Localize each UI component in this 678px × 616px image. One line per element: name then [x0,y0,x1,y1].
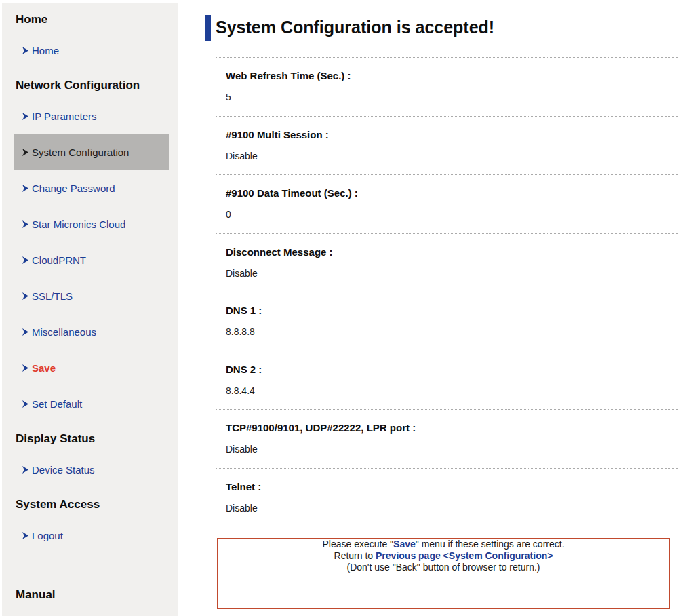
sidebar-header-manual: Manual [2,578,178,608]
sidebar-item-label: Home [32,45,59,56]
setting-label: #9100 Data Timeout (Sec.) : [226,187,678,199]
sidebar-item-system-configuration[interactable]: System Configuration [14,134,170,170]
sidebar-item-label: Change Password [32,182,115,194]
chevron-right-icon [22,466,28,474]
note-line-back-warning: (Don't use "Back" button of browser to r… [218,562,669,573]
sidebar-header-display-status: Display Status [2,422,178,452]
sidebar-item-label: Device Status [32,464,95,476]
sidebar-header-network-configuration: Network Configuration [2,69,178,98]
note-line-save: Please execute "Save" menu if these sett… [218,539,669,550]
sidebar-item-label: SSL/TLS [32,290,73,302]
setting-row-9100-data-timeout-sec: #9100 Data Timeout (Sec.) : 0 [216,175,678,234]
chevron-right-icon [22,532,28,539]
sidebar-item-device-status[interactable]: Device Status [2,452,178,488]
sidebar-item-label: IP Parameters [32,111,97,122]
sidebar-item-label: Miscellaneous [32,326,96,338]
title-accent-bar [205,15,211,41]
setting-value: 8.8.4.4 [226,385,678,397]
setting-value: Disable [226,503,678,512]
setting-row-disconnect-message: Disconnect Message : Disable [216,234,678,293]
sidebar-item-label: Logout [32,530,63,541]
page-title: System Configuration is accepted! [216,18,494,37]
chevron-right-icon [22,220,28,228]
setting-value: Disable [226,151,678,162]
chevron-right-icon [22,400,28,408]
setting-value: 5 [226,92,678,103]
sidebar-item-label: Set Default [32,398,82,410]
setting-row-tcp-9100-9101-udp-22222-lpr-port: TCP#9100/9101, UDP#22222, LPR port : Dis… [216,410,678,469]
sidebar-item-ip-parameters[interactable]: IP Parameters [2,98,178,134]
sidebar-item-label: Save [32,362,56,374]
note-text: " menu if these settings are correct. [416,539,565,550]
setting-value: 0 [226,209,678,220]
setting-value: Disable [226,268,678,280]
note-box: Please execute "Save" menu if these sett… [217,538,670,609]
sidebar-header-system-access: System Access [2,488,178,518]
chevron-right-icon [22,364,28,372]
setting-label: DNS 2 : [226,364,678,376]
setting-label: Disconnect Message : [226,246,678,258]
setting-label: #9100 Multi Session : [226,129,678,141]
chevron-right-icon [22,256,28,264]
chevron-right-icon [22,47,28,54]
separator-line [216,524,678,524]
note-text: Return to [334,550,376,561]
sidebar: Home Home Network Configuration IP Param… [2,3,178,616]
setting-row-telnet: Telnet : Disable [216,469,678,512]
setting-value: Disable [226,444,678,455]
chevron-right-icon [22,113,28,120]
chevron-right-icon [22,149,28,156]
sidebar-item-logout[interactable]: Logout [2,518,178,554]
note-text: Please execute " [322,539,393,550]
setting-label: DNS 1 : [226,305,678,317]
settings-list: Web Refresh Time (Sec.) : 5 #9100 Multi … [216,57,678,512]
sidebar-item-ssl-tls[interactable]: SSL/TLS [2,278,178,314]
setting-value: 8.8.8.8 [226,326,678,338]
note-line-return: Return to Previous page <System Configur… [218,550,669,562]
sidebar-item-label: CloudPRNT [32,254,86,266]
sidebar-item-cloudprnt[interactable]: CloudPRNT [2,242,178,278]
setting-row-web-refresh-time-sec: Web Refresh Time (Sec.) : 5 [216,58,678,117]
previous-page-link[interactable]: Previous page <System Configuration> [376,550,553,561]
setting-row-dns-2: DNS 2 : 8.8.4.4 [216,351,678,410]
sidebar-item-save[interactable]: Save [2,350,178,386]
sidebar-item-star-micronics-cloud[interactable]: Star Micronics Cloud [2,206,178,242]
setting-row-9100-multi-session: #9100 Multi Session : Disable [216,117,678,176]
sidebar-item-label: System Configuration [32,147,129,158]
chevron-right-icon [22,185,28,192]
sidebar-header-home: Home [2,3,178,33]
chevron-right-icon [22,292,28,300]
page-title-row: System Configuration is accepted! [205,15,494,41]
save-link[interactable]: Save [393,539,416,550]
sidebar-item-set-default[interactable]: Set Default [2,386,178,422]
setting-row-dns-1: DNS 1 : 8.8.8.8 [216,292,678,351]
setting-label: Web Refresh Time (Sec.) : [226,70,678,82]
chevron-right-icon [22,328,28,336]
setting-label: TCP#9100/9101, UDP#22222, LPR port : [226,422,678,434]
sidebar-item-home[interactable]: Home [2,33,178,69]
sidebar-item-change-password[interactable]: Change Password [2,170,178,206]
sidebar-item-miscellaneous[interactable]: Miscellaneous [2,314,178,350]
setting-label: Telnet : [226,481,678,493]
sidebar-item-label: Star Micronics Cloud [32,218,125,230]
